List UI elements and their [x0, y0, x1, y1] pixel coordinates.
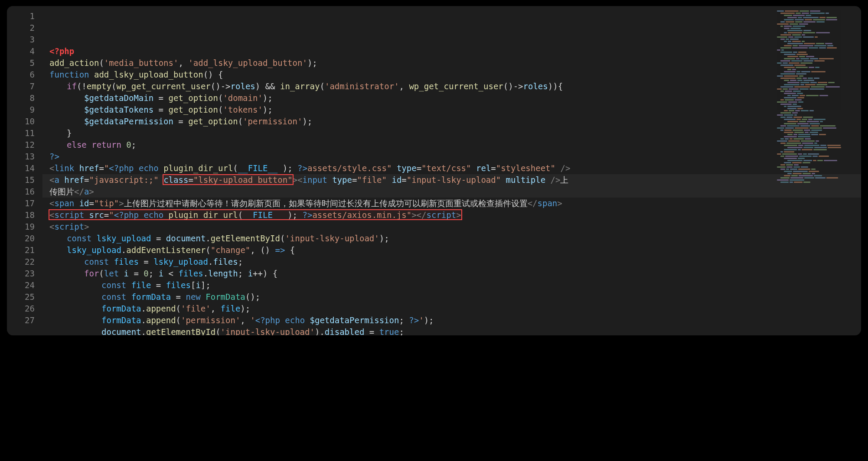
token: 'administrator'	[325, 81, 399, 91]
code-editor[interactable]: 1234567891011121314151617181920212223242…	[7, 6, 861, 335]
token: ?>	[303, 210, 313, 220]
token: 'file'	[181, 304, 211, 313]
token: ];	[201, 280, 211, 290]
line-number: 19	[24, 221, 35, 233]
code-line[interactable]: <a href="javascript:;" class="lsky-uploa…	[42, 174, 861, 186]
token: type	[332, 175, 352, 185]
line-number: 12	[24, 139, 35, 151]
token: "javascript:;"	[89, 175, 159, 185]
token: "lsky-upload button"	[193, 175, 293, 185]
token: add_action	[49, 58, 99, 68]
code-line[interactable]: $getdataTokens = get_option('tokens');	[42, 104, 861, 116]
token: href	[79, 163, 99, 173]
token: empty	[87, 81, 111, 91]
code-line[interactable]: lsky_upload.addEventListener("change", (…	[42, 244, 861, 256]
token: $getdataTokens	[84, 105, 153, 114]
token: link	[54, 163, 79, 173]
token: files	[166, 280, 191, 290]
token: a	[54, 175, 64, 185]
code-line[interactable]: }	[42, 127, 861, 139]
token: ;	[399, 315, 409, 325]
token: <?php	[109, 163, 139, 173]
token: addEventListener	[126, 245, 206, 255]
token: assets/axios.min.js"	[312, 210, 411, 220]
token: in_array	[280, 81, 320, 91]
token: );	[240, 304, 250, 313]
code-line[interactable]: const formData = new FormData();	[42, 291, 861, 303]
code-line[interactable]: 传图片</a>	[42, 186, 861, 198]
token: lsky_upload	[153, 257, 208, 266]
line-number-gutter: 1234567891011121314151617181920212223242…	[7, 6, 42, 335]
token: plugin_dir_url	[163, 163, 233, 173]
token: echo	[285, 315, 310, 325]
token: "	[104, 163, 109, 173]
token: .	[141, 304, 146, 313]
token: __FILE__	[238, 163, 278, 173]
token: "text/css"	[421, 163, 471, 173]
code-line[interactable]: else return 0;	[42, 139, 861, 151]
token: ,	[211, 304, 221, 313]
token: assets/style.css"	[307, 163, 392, 173]
token: (	[238, 117, 243, 126]
token: ->	[513, 81, 523, 91]
code-line[interactable]: document.getElementById('input-lsky-uplo…	[42, 326, 861, 335]
token: <?php	[255, 315, 285, 325]
token: 'domain'	[223, 93, 263, 103]
token: ?>	[49, 152, 59, 161]
token: =	[153, 93, 168, 103]
code-line[interactable]: <span id="tip">上传图片过程中请耐心等待！请勿刷新页面，如果等待时…	[42, 198, 861, 209]
token: ).	[315, 327, 325, 335]
code-line[interactable]: const file = files[i];	[42, 279, 861, 291]
line-number: 7	[24, 81, 35, 92]
token: ?>	[409, 315, 419, 325]
code-area[interactable]: <?phpadd_action('media_buttons', 'add_ls…	[42, 6, 861, 335]
code-line[interactable]: ?>	[42, 151, 861, 162]
token: );	[263, 93, 273, 103]
line-number: 10	[24, 116, 35, 127]
code-line[interactable]: if(!empty(wp_get_current_user()->roles) …	[42, 81, 861, 92]
token: const	[101, 280, 131, 290]
token: document	[166, 234, 206, 243]
code-line[interactable]: formData.append('permission', '<?php ech…	[42, 315, 861, 326]
token: </	[74, 187, 84, 196]
token: .	[203, 269, 208, 278]
token	[387, 175, 392, 185]
token: return	[91, 140, 126, 149]
token: 'input-lsky-upload'	[221, 327, 315, 335]
token	[159, 175, 163, 185]
token: ()	[211, 81, 221, 91]
token: for	[84, 269, 99, 278]
code-line[interactable]: const files = lsky_upload.files;	[42, 256, 861, 268]
token: href	[64, 175, 84, 185]
code-line[interactable]: $getdataDoMain = get_option('domain');	[42, 92, 861, 104]
token: multiple	[506, 175, 546, 185]
token: "tip"	[94, 198, 119, 208]
code-line[interactable]: <script src="<?php echo plugin_dir_url(_…	[42, 209, 861, 221]
token: ><	[293, 175, 303, 185]
token: =	[491, 163, 496, 173]
code-line[interactable]: for(let i = 0; i < files.length; i++) {	[42, 268, 861, 279]
code-line[interactable]: <link href="<?php echo plugin_dir_url(__…	[42, 162, 861, 174]
token: echo	[139, 163, 163, 173]
token: ;	[149, 269, 159, 278]
token: __FILE__	[243, 210, 283, 220]
code-line[interactable]: function add_lsky_upload_button() {	[42, 69, 861, 81]
token: src	[89, 210, 104, 220]
code-line[interactable]: add_action('media_buttons', 'add_lsky_up…	[42, 57, 861, 69]
line-number: 6	[24, 69, 35, 81]
token: ,	[399, 81, 409, 91]
code-line[interactable]: <script>	[42, 221, 861, 233]
token: >	[557, 198, 562, 208]
token: (!	[77, 81, 87, 91]
token: ;	[399, 327, 404, 335]
token: else	[67, 140, 91, 149]
token: >	[456, 210, 461, 220]
token: (	[206, 245, 210, 255]
token: 'add_lsky_upload_button'	[188, 58, 307, 68]
code-line[interactable]: const lsky_upload = document.getElementB…	[42, 233, 861, 244]
code-line[interactable]: formData.append('file', file);	[42, 303, 861, 315]
token: (	[280, 234, 285, 243]
code-line[interactable]: $getdataPermission = get_option('permiss…	[42, 116, 861, 127]
code-line[interactable]: <?php	[42, 45, 861, 57]
token: document	[101, 327, 141, 335]
